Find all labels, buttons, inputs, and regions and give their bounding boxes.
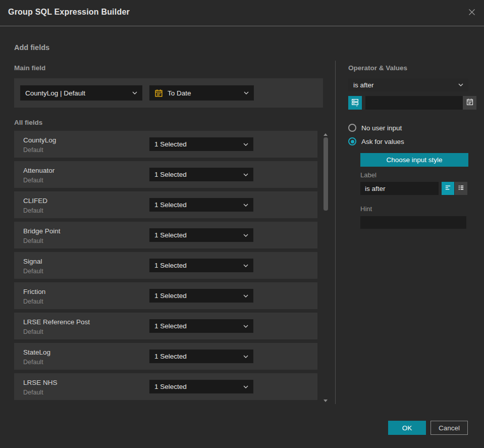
choose-input-style-button[interactable]: Choose input style [360, 153, 468, 167]
field-subtitle: Default [23, 146, 43, 154]
field-subtitle: Default [23, 177, 43, 184]
field-selection-dropdown-label: 1 Selected [154, 201, 240, 209]
field-row: CLIFED Default 1 Selected [14, 191, 317, 218]
field-selection-dropdown[interactable]: 1 Selected [149, 319, 253, 333]
field-row: LRSE Reference Post Default 1 Selected [14, 313, 317, 339]
field-name: Attenuator [23, 167, 55, 174]
radio-no-user-input[interactable]: No user input [348, 124, 402, 132]
field-selection-dropdown-label: 1 Selected [154, 231, 240, 239]
field-selection-dropdown-label: 1 Selected [154, 171, 240, 178]
close-button[interactable] [466, 8, 477, 19]
chevron-down-icon [243, 264, 248, 267]
field-selection-dropdown-label: 1 Selected [154, 353, 240, 360]
chevron-down-icon [243, 355, 248, 358]
dialog-title: Group SQL Expression Builder [8, 8, 130, 17]
field-subtitle: Default [23, 237, 43, 244]
field-row: CountyLog Default 1 Selected [14, 131, 317, 158]
field-name: CLIFED [23, 197, 47, 205]
single-value-input-button[interactable] [442, 182, 454, 195]
scroll-down-arrow-icon[interactable] [324, 400, 328, 402]
list-values-input-button[interactable] [455, 182, 467, 195]
field-selection-dropdown[interactable]: 1 Selected [149, 289, 253, 303]
field-name: StateLog [23, 349, 50, 356]
field-selection-dropdown[interactable]: 1 Selected [149, 137, 253, 151]
chevron-down-icon [244, 91, 249, 94]
calendar-icon [466, 98, 474, 108]
field-name: CountyLog [23, 136, 56, 144]
operator-dropdown-label: is after [353, 81, 455, 89]
chevron-down-icon [243, 294, 248, 297]
field-name: Friction [23, 288, 45, 295]
field-subtitle: Default [23, 298, 43, 305]
field-row: Signal Default 1 Selected [14, 252, 317, 279]
ask-for-values-options: Choose input style Label [360, 153, 468, 229]
field-selection-dropdown-label: 1 Selected [154, 322, 240, 330]
field-selection-dropdown[interactable]: 1 Selected [149, 259, 253, 272]
field-selection-dropdown-label: 1 Selected [154, 383, 240, 390]
field-row: LRSE NHS Default 1 Selected [14, 373, 317, 400]
chevron-down-icon [458, 83, 463, 86]
radio-no-user-input-label: No user input [361, 124, 402, 132]
field-subtitle: Default [23, 328, 43, 335]
radio-ask-for-values[interactable]: Ask for values [348, 137, 404, 145]
add-fields-heading: Add fields [14, 43, 49, 52]
field-selection-dropdown[interactable]: 1 Selected [149, 168, 253, 181]
all-fields-list: CountyLog Default 1 Selected Attenuator … [14, 131, 317, 404]
field-selection-dropdown-label: 1 Selected [154, 292, 240, 300]
field-row: Friction Default 1 Selected [14, 282, 317, 309]
radio-circle-icon [348, 124, 356, 132]
chevron-down-icon [243, 204, 248, 207]
ok-button[interactable]: OK [388, 421, 426, 435]
main-field-label: Main field [14, 64, 45, 72]
value-date-picker-button[interactable] [463, 96, 476, 110]
value-row [348, 96, 468, 110]
title-bar: Group SQL Expression Builder [0, 0, 484, 26]
field-subtitle: Default [23, 207, 43, 214]
hint-caption: Hint [360, 205, 468, 213]
field-subtitle: Default [23, 268, 43, 275]
field-row: Bridge Point Default 1 Selected [14, 222, 317, 248]
chevron-down-icon [243, 325, 248, 328]
label-row [360, 182, 468, 195]
main-field-dropdown[interactable]: CountyLog | Default [20, 85, 142, 101]
label-caption: Label [360, 171, 468, 179]
field-selection-dropdown-label: 1 Selected [154, 262, 240, 269]
field-name: LRSE NHS [23, 379, 58, 386]
align-left-icon [444, 184, 452, 193]
list-icon [457, 184, 465, 193]
value-input-group [365, 96, 476, 110]
date-field-dropdown-label: To Date [168, 89, 241, 97]
field-name: LRSE Reference Post [23, 318, 90, 326]
field-selection-dropdown[interactable]: 1 Selected [149, 380, 253, 393]
field-subtitle: Default [23, 389, 43, 396]
chevron-down-icon [243, 385, 248, 388]
scrollbar-thumb[interactable] [324, 137, 328, 211]
close-icon [467, 7, 477, 19]
cancel-button[interactable]: Cancel [431, 421, 468, 435]
all-fields-label: All fields [14, 119, 42, 126]
group-sql-expression-builder-dialog: Group SQL Expression Builder Add fields … [0, 0, 484, 448]
operator-dropdown[interactable]: is after [348, 78, 468, 91]
radio-circle-icon [348, 137, 356, 145]
hint-input[interactable] [360, 216, 466, 229]
field-row: Attenuator Default 1 Selected [14, 161, 317, 188]
field-selection-dropdown[interactable]: 1 Selected [149, 350, 253, 363]
chevron-down-icon [243, 173, 248, 176]
field-selection-dropdown[interactable]: 1 Selected [149, 228, 253, 242]
value-type-stack-icon [351, 98, 359, 108]
field-row: StateLog Default 1 Selected [14, 343, 317, 370]
label-input[interactable] [360, 182, 439, 195]
vertical-divider [335, 61, 336, 404]
main-field-dropdown-label: CountyLog | Default [25, 89, 129, 97]
radio-ask-for-values-label: Ask for values [361, 138, 404, 145]
field-selection-dropdown-label: 1 Selected [154, 140, 240, 148]
date-field-dropdown[interactable]: To Date [149, 85, 254, 101]
value-input[interactable] [365, 96, 463, 110]
chevron-down-icon [243, 143, 248, 146]
fields-list-scrollbar[interactable] [324, 132, 328, 403]
value-type-button[interactable] [348, 96, 362, 110]
field-selection-dropdown[interactable]: 1 Selected [149, 198, 253, 212]
chevron-down-icon [243, 234, 248, 237]
field-subtitle: Default [23, 359, 43, 366]
scroll-up-arrow-icon[interactable] [324, 133, 328, 136]
